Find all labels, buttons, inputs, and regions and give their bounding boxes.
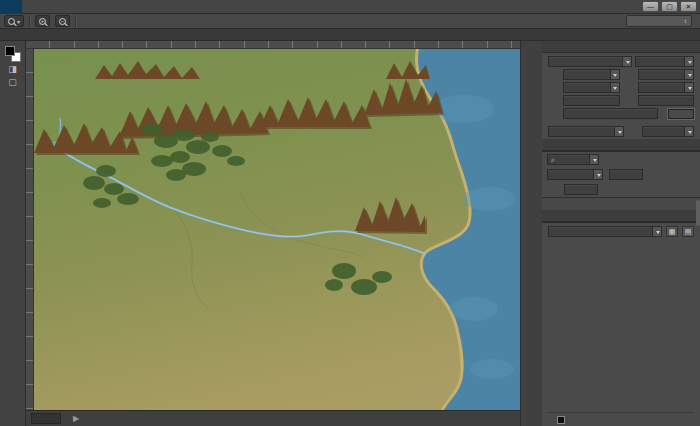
libraries-panel: ▦ ▤ bbox=[542, 222, 700, 426]
grid-view-icon[interactable]: ▦ bbox=[666, 226, 678, 237]
canvas-area: ▶ bbox=[26, 41, 520, 426]
map-artwork bbox=[34, 49, 520, 410]
maximize-button[interactable]: ▢ bbox=[661, 1, 678, 12]
zoom-tool-preset[interactable]: ▾ bbox=[4, 15, 24, 27]
layers-panel: ⌕ bbox=[542, 151, 700, 210]
menu-bar: — ▢ ✕ bbox=[0, 0, 700, 14]
photoshop-window: { "app":{"logo":"Ps","workspace":"web"},… bbox=[0, 0, 700, 426]
zoom-in-button[interactable]: + bbox=[35, 15, 50, 27]
libraries-bottom-buttons bbox=[548, 412, 694, 426]
vertical-scale-field[interactable] bbox=[563, 95, 620, 106]
font-size-select[interactable] bbox=[563, 69, 620, 80]
layers-scrollbar[interactable] bbox=[696, 200, 700, 226]
canvas-body bbox=[26, 49, 520, 410]
caret-down-icon: ▾ bbox=[17, 18, 20, 25]
language-select[interactable] bbox=[548, 126, 624, 137]
zoom-in-icon: + bbox=[39, 18, 46, 25]
libraries-panel-tabs bbox=[542, 210, 700, 222]
font-style-select[interactable] bbox=[635, 56, 694, 67]
layer-filter-select[interactable]: ⌕ bbox=[547, 154, 599, 165]
ruler-ticks bbox=[26, 41, 520, 48]
foreground-color-chip[interactable] bbox=[5, 46, 15, 56]
updown-arrows-icon: ↕ bbox=[684, 18, 687, 24]
tracking-select[interactable] bbox=[638, 82, 695, 93]
document-tab-bar bbox=[0, 29, 700, 41]
horizontal-ruler bbox=[26, 41, 520, 49]
zoom-level-field[interactable] bbox=[31, 413, 61, 424]
right-panel-dock: ⌕ ▦ ▤ bbox=[542, 41, 700, 426]
magnifier-icon bbox=[8, 18, 15, 25]
status-flyout-arrow-icon[interactable]: ▶ bbox=[73, 414, 79, 423]
workspace-switcher[interactable]: ↕ bbox=[626, 15, 692, 27]
collapsed-panel-dock bbox=[520, 41, 542, 426]
layers-bottom-buttons bbox=[542, 198, 700, 210]
color-chips[interactable] bbox=[5, 46, 21, 62]
character-panel bbox=[542, 53, 700, 139]
tools-panel: ◨ ▢ bbox=[0, 41, 26, 426]
separator bbox=[75, 16, 76, 27]
blend-mode-select[interactable] bbox=[547, 169, 603, 180]
leading-select[interactable] bbox=[638, 69, 695, 80]
zoom-out-button[interactable]: − bbox=[55, 15, 70, 27]
layers-panel-tabs bbox=[542, 139, 700, 151]
workspace-area: ◨ ▢ bbox=[0, 41, 700, 426]
screen-mode-button[interactable]: ▢ bbox=[3, 75, 23, 88]
kerning-select[interactable] bbox=[563, 82, 620, 93]
map-document[interactable] bbox=[34, 49, 520, 410]
options-bar: ▾ + − ↕ bbox=[0, 14, 700, 29]
status-bar: ▶ bbox=[26, 410, 520, 426]
minimize-button[interactable]: — bbox=[642, 1, 659, 12]
anti-alias-select[interactable] bbox=[642, 126, 694, 137]
library-color-swatch[interactable] bbox=[557, 416, 565, 424]
layer-list bbox=[542, 197, 700, 198]
opacity-field[interactable] bbox=[609, 169, 643, 180]
vertical-ruler bbox=[26, 49, 34, 410]
quick-mask-button[interactable]: ◨ bbox=[3, 62, 23, 75]
zoom-out-icon: − bbox=[59, 18, 66, 25]
library-select[interactable] bbox=[548, 226, 662, 237]
close-button[interactable]: ✕ bbox=[680, 1, 697, 12]
text-color-swatch[interactable] bbox=[668, 109, 694, 119]
baseline-shift-field[interactable] bbox=[563, 108, 658, 119]
fill-field[interactable] bbox=[564, 184, 598, 195]
font-family-select[interactable] bbox=[548, 56, 632, 67]
separator bbox=[29, 16, 30, 27]
horizontal-scale-field[interactable] bbox=[638, 95, 695, 106]
photoshop-logo bbox=[0, 0, 22, 14]
window-controls: — ▢ ✕ bbox=[642, 1, 697, 12]
character-panel-tabs bbox=[542, 41, 700, 53]
list-view-icon[interactable]: ▤ bbox=[682, 226, 694, 237]
